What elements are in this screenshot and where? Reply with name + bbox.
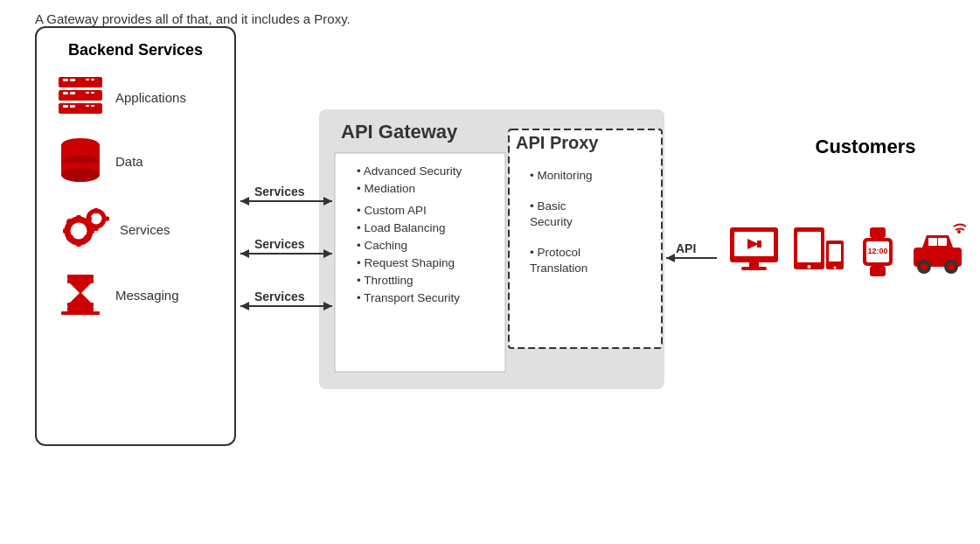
messaging-label: Messaging	[115, 288, 179, 303]
gateway-inner-box	[335, 153, 505, 372]
gateway-title-text: API Gateway	[341, 121, 458, 143]
svg-text:• Custom API: • Custom API	[357, 204, 427, 217]
svg-rect-40	[67, 303, 94, 307]
smartwatch-device: 12:00	[852, 223, 905, 288]
data-label: Data	[115, 154, 143, 169]
svg-point-96	[957, 230, 961, 234]
svg-point-31	[94, 216, 100, 222]
svg-text:Services: Services	[254, 237, 305, 251]
svg-text:API: API	[676, 241, 696, 255]
messaging-icon	[54, 271, 107, 319]
svg-rect-10	[59, 103, 102, 114]
svg-rect-3	[86, 79, 89, 80]
svg-rect-32	[94, 208, 99, 213]
svg-marker-66	[323, 302, 332, 310]
svg-text:• Request Shaping: • Request Shaping	[357, 256, 455, 269]
svg-rect-76	[741, 267, 767, 270]
svg-text:• Advanced Security: • Advanced Security	[357, 164, 462, 178]
svg-point-82	[834, 267, 837, 269]
svg-rect-36	[67, 275, 94, 279]
svg-text:Services: Services	[254, 185, 305, 199]
applications-label: Applications	[115, 90, 186, 105]
svg-rect-35	[104, 217, 109, 221]
svg-marker-69	[666, 254, 675, 262]
svg-point-95	[948, 263, 955, 270]
svg-rect-33	[94, 226, 99, 231]
database-icon	[54, 135, 107, 187]
svg-rect-81	[829, 244, 841, 262]
services-label: Services	[120, 222, 170, 237]
car-device	[909, 223, 966, 288]
svg-point-79	[808, 265, 811, 269]
svg-rect-12	[70, 105, 75, 108]
screen-device	[726, 223, 782, 288]
customers-title: Customers	[816, 136, 916, 157]
svg-rect-75	[749, 262, 759, 267]
svg-rect-5	[59, 90, 102, 101]
gateway-bg	[319, 109, 664, 389]
svg-rect-9	[91, 92, 94, 94]
svg-rect-25	[87, 228, 94, 234]
proxy-box	[509, 129, 662, 348]
svg-point-93	[921, 263, 928, 270]
svg-rect-42	[61, 311, 100, 315]
backend-item-data: Data	[54, 135, 217, 187]
svg-text:• Basic: • Basic	[530, 199, 566, 213]
svg-rect-11	[63, 105, 68, 108]
gear-icon	[54, 203, 111, 255]
svg-rect-37	[67, 279, 94, 283]
svg-marker-57	[240, 197, 249, 206]
svg-rect-78	[797, 232, 821, 262]
svg-text:• Load Balancing: • Load Balancing	[357, 221, 446, 234]
proxy-title-text: API Proxy	[516, 133, 599, 152]
svg-rect-4	[91, 79, 94, 80]
backend-item-services: Services	[54, 203, 217, 255]
svg-rect-6	[63, 92, 68, 94]
svg-marker-62	[323, 249, 332, 258]
svg-text:Security: Security	[530, 215, 573, 228]
svg-rect-87	[870, 266, 886, 276]
footer-text: A Gateway provides all of that, and it i…	[35, 11, 351, 26]
svg-rect-83	[870, 227, 886, 238]
svg-text:• Monitoring: • Monitoring	[530, 169, 593, 182]
svg-rect-22	[76, 215, 81, 222]
svg-rect-1	[63, 79, 68, 81]
svg-rect-90	[928, 238, 937, 246]
svg-point-21	[74, 227, 83, 235]
svg-text:Services: Services	[254, 289, 305, 303]
svg-rect-14	[91, 105, 94, 107]
svg-rect-23	[76, 240, 81, 247]
svg-marker-89	[922, 235, 953, 248]
svg-point-19	[61, 168, 100, 182]
svg-text:12:00: 12:00	[867, 247, 887, 255]
svg-text:Translation: Translation	[530, 262, 587, 275]
svg-text:• Transport Security: • Transport Security	[357, 291, 460, 304]
svg-rect-13	[86, 105, 89, 107]
backend-services-box: Backend Services Applications	[35, 26, 236, 446]
svg-marker-61	[240, 249, 249, 258]
customers-section: Customers	[778, 136, 953, 158]
tablet-phone-device	[791, 223, 848, 288]
svg-rect-41	[67, 307, 94, 311]
svg-rect-34	[87, 217, 92, 221]
svg-rect-2	[70, 79, 75, 81]
svg-text:• Throttling: • Throttling	[357, 274, 414, 287]
svg-text:• Caching: • Caching	[357, 239, 407, 252]
backend-item-applications: Applications	[54, 75, 217, 119]
svg-text:• Protocol: • Protocol	[530, 246, 580, 259]
server-icon	[54, 75, 107, 119]
svg-rect-7	[70, 92, 75, 94]
svg-marker-39	[70, 292, 91, 303]
svg-text:• Mediation: • Mediation	[357, 182, 415, 195]
svg-rect-74	[757, 241, 761, 248]
svg-rect-8	[86, 92, 89, 94]
svg-rect-24	[63, 228, 70, 234]
svg-marker-65	[240, 302, 249, 310]
svg-marker-58	[323, 197, 332, 206]
svg-rect-91	[938, 238, 947, 246]
backend-title: Backend Services	[54, 41, 217, 59]
svg-rect-0	[59, 77, 102, 87]
backend-item-messaging: Messaging	[54, 271, 217, 319]
